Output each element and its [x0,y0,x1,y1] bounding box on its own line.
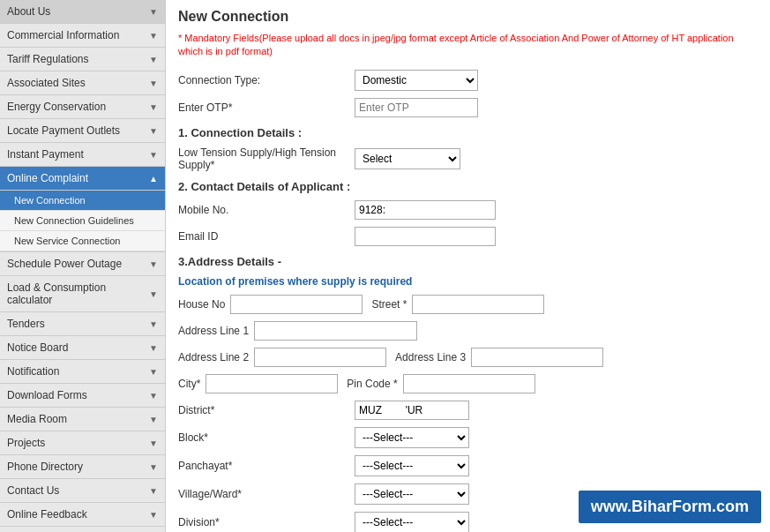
sidebar-item-locate-payment[interactable]: Locate Payment Outlets ▼ [0,119,165,143]
village-row: Village/Ward* ---Select--- [178,483,758,505]
sidebar-item-commercial-info[interactable]: Commercial Information ▼ [0,24,165,48]
arrow-icon: ▼ [149,126,158,136]
sidebar-item-notification[interactable]: Notification ▼ [0,360,165,384]
connection-type-row: Connection Type: Domestic Commercial Ind… [178,70,758,91]
house-no-input[interactable] [230,295,363,314]
section2-heading: 2. Contact Details of Applicant : [178,180,758,193]
sidebar-item-instant-payment[interactable]: Instant Payment ▼ [0,143,165,167]
mandatory-notice: * Mandatory Fields(Please upload all doc… [178,32,758,59]
location-label: Location of premises where supply is req… [178,275,758,288]
address1-input[interactable] [254,321,417,341]
arrow-icon: ▲ [149,174,158,184]
address2-input[interactable] [254,348,386,367]
village-select[interactable]: ---Select--- [355,483,469,505]
panchayat-select[interactable]: ---Select--- [355,455,469,476]
sidebar-item-online-complaint[interactable]: Online Complaint ▲ [0,167,165,191]
sidebar-item-load-consumption[interactable]: Load & Consumption calculator ▼ [0,276,165,312]
address3-input[interactable] [471,348,603,367]
arrow-icon: ▼ [149,150,158,160]
sidebar-label-contact-us: Contact Us [7,484,59,497]
division-select[interactable]: ---Select--- [355,512,469,532]
address3-group: Address Line 3 [395,348,603,367]
sidebar-item-energy-conservation[interactable]: Energy Conservation ▼ [0,95,165,119]
city-input[interactable] [206,374,338,393]
sidebar-label-download-forms: Download Forms [7,389,87,401]
sidebar-label-phone-directory: Phone Directory [7,461,83,473]
sidebar-item-schedule-power[interactable]: Schedule Power Outage ▼ [0,252,165,276]
sidebar-label-online-feedback: Online Feedback [7,508,87,521]
district-row: District* MUZ 'UR [178,401,758,420]
street-input[interactable] [412,295,544,314]
sidebar-item-about-us[interactable]: About Us ▼ [0,0,165,24]
city-group: City* [178,374,338,393]
arrow-icon: ▼ [149,462,158,472]
mobile-input[interactable]: 9128: [355,200,496,220]
sidebar-sub-label-guidelines: New Connection Guidelines [14,215,134,226]
city-label: City* [178,378,200,390]
lt-ht-label: Low Tension Supply/High Tension Supply* [178,146,355,171]
arrow-icon: ▼ [149,31,158,41]
address1-label: Address Line 1 [178,325,249,337]
connection-type-select[interactable]: Domestic Commercial Industrial [355,70,478,91]
arrow-icon: ▼ [149,55,158,64]
arrow-icon: ▼ [149,7,158,17]
sidebar-sub-new-service-connection[interactable]: New Service Connection [0,231,165,251]
sidebar: About Us ▼ Commercial Information ▼ Tari… [0,0,166,532]
sidebar-label-associated-sites: Associated Sites [7,77,86,89]
lt-ht-row: Low Tension Supply/High Tension Supply* … [178,146,758,171]
arrow-icon: ▼ [149,367,158,377]
address2-label: Address Line 2 [178,351,249,363]
district-input[interactable]: MUZ 'UR [355,401,469,420]
arrow-icon: ▼ [149,415,158,424]
arrow-icon: ▼ [149,343,158,353]
sidebar-item-tenders[interactable]: Tenders ▼ [0,312,165,336]
sidebar-label-schedule-power: Schedule Power Outage [7,258,122,270]
block-select[interactable]: ---Select--- Block 1 [355,427,469,448]
block-label: Block* [178,431,355,444]
sidebar-sub-new-connection-guidelines[interactable]: New Connection Guidelines [0,211,165,231]
sidebar-item-associated-sites[interactable]: Associated Sites ▼ [0,71,165,95]
block-row: Block* ---Select--- Block 1 [178,427,758,448]
sidebar-item-download-forms[interactable]: Download Forms ▼ [0,384,165,408]
sidebar-item-projects[interactable]: Projects ▼ [0,431,165,455]
house-street-row: House No Street * [178,295,758,314]
sidebar-label-locate-payment: Locate Payment Outlets [7,124,120,137]
village-label: Village/Ward* [178,488,355,500]
sidebar-sub-menu: New Connection New Connection Guidelines… [0,191,165,252]
mobile-row: Mobile No. 9128: [178,200,758,220]
email-label: Email ID [178,230,355,243]
arrow-icon: ▼ [149,102,158,112]
section1-heading: 1. Connection Details : [178,126,758,139]
email-row: Email ID [178,227,758,246]
sidebar-item-online-feedback[interactable]: Online Feedback ▼ [0,503,165,527]
division-row: Division* ---Select--- [178,512,758,532]
arrow-icon: ▼ [149,289,158,299]
mobile-label: Mobile No. [178,204,355,216]
arrow-icon: ▼ [149,259,158,269]
arrow-icon: ▼ [149,391,158,401]
sidebar-item-privacy-policy[interactable]: Privacy Policy ▼ [0,527,165,532]
sidebar-label-energy-conservation: Energy Conservation [7,101,106,113]
lt-ht-select[interactable]: Select Low Tension High Tension [355,148,460,169]
sidebar-sub-new-connection[interactable]: New Connection [0,191,165,211]
email-input[interactable] [355,227,496,246]
main-content: New Connection * Mandatory Fields(Please… [166,0,770,532]
sidebar-label-tariff-regulations: Tariff Regulations [7,53,89,65]
page-title: New Connection [178,9,758,25]
sidebar-label-notification: Notification [7,365,59,378]
sidebar-item-media-room[interactable]: Media Room ▼ [0,408,165,431]
sidebar-sub-label-new-connection: New Connection [14,195,86,206]
sidebar-item-notice-board[interactable]: Notice Board ▼ [0,336,165,360]
arrow-icon: ▼ [149,486,158,496]
sidebar-item-contact-us[interactable]: Contact Us ▼ [0,479,165,503]
pincode-input[interactable] [403,374,535,393]
pincode-label: Pin Code * [347,378,397,390]
sidebar-label-instant-payment: Instant Payment [7,148,84,161]
otp-input[interactable] [355,98,478,117]
sidebar-item-phone-directory[interactable]: Phone Directory ▼ [0,455,165,479]
sidebar-item-tariff-regulations[interactable]: Tariff Regulations ▼ [0,48,165,71]
sidebar-label-commercial-info: Commercial Information [7,29,119,41]
address1-row: Address Line 1 [178,321,758,341]
address3-label: Address Line 3 [395,351,466,363]
street-label: Street * [371,298,407,311]
